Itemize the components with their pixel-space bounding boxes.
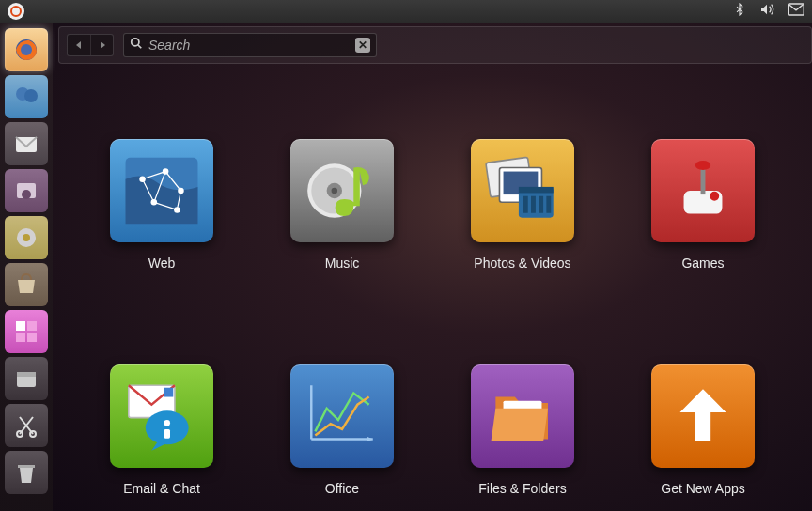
dash-item-office[interactable]: Office xyxy=(290,364,394,496)
launcher xyxy=(0,23,53,511)
games-tile-icon xyxy=(651,139,755,242)
dash-label: Games xyxy=(681,256,724,271)
launcher-item-balloons[interactable] xyxy=(5,75,48,118)
launcher-item-scissors[interactable] xyxy=(5,404,48,447)
mail-indicator-icon[interactable] xyxy=(788,3,804,20)
dash-label: Files & Folders xyxy=(478,481,566,496)
dash-item-photos[interactable]: Photos & Videos xyxy=(471,139,574,271)
ubuntu-logo-icon[interactable] xyxy=(8,3,24,20)
apps-tile-icon xyxy=(651,364,755,468)
dash-item-apps[interactable]: Get New Apps xyxy=(651,364,755,496)
launcher-item-workspace[interactable] xyxy=(5,310,48,353)
dash-item-web[interactable]: Web xyxy=(110,139,213,271)
nav-forward-button[interactable] xyxy=(90,35,113,55)
launcher-item-mail[interactable] xyxy=(5,122,48,165)
dash-label: Email & Chat xyxy=(123,481,200,496)
search-box: ✕ xyxy=(123,33,377,57)
search-icon xyxy=(130,37,143,54)
dash-item-music[interactable]: Music xyxy=(290,139,394,271)
dash-label: Photos & Videos xyxy=(474,256,570,271)
launcher-item-photos[interactable] xyxy=(5,169,48,212)
launcher-item-trash[interactable] xyxy=(5,451,48,494)
top-panel xyxy=(0,0,812,23)
email-tile-icon xyxy=(110,364,213,468)
dash-label: Get New Apps xyxy=(661,481,745,496)
nav-arrows xyxy=(67,34,114,56)
launcher-item-music-store[interactable] xyxy=(5,216,48,259)
web-tile-icon xyxy=(110,139,213,242)
files-tile-icon xyxy=(471,364,574,468)
music-tile-icon xyxy=(290,139,394,242)
dash-toolbar: ✕ xyxy=(58,26,812,64)
dash-label: Music xyxy=(325,256,360,271)
svg-point-1 xyxy=(132,39,139,46)
launcher-item-firefox[interactable] xyxy=(5,28,48,71)
dash: Web Music Photos & Videos Games Email & … xyxy=(53,64,812,511)
nav-back-button[interactable] xyxy=(68,35,90,55)
photos-tile-icon xyxy=(471,139,574,242)
launcher-item-files[interactable] xyxy=(5,357,48,400)
office-tile-icon xyxy=(290,364,394,468)
dash-item-email[interactable]: Email & Chat xyxy=(110,364,213,496)
clear-search-button[interactable]: ✕ xyxy=(355,38,370,53)
dash-item-files[interactable]: Files & Folders xyxy=(471,364,574,496)
launcher-item-software-center[interactable] xyxy=(5,263,48,306)
search-input[interactable] xyxy=(148,38,350,53)
dash-label: Web xyxy=(148,256,176,271)
bluetooth-icon[interactable] xyxy=(733,3,746,20)
volume-icon[interactable] xyxy=(759,2,774,21)
dash-item-games[interactable]: Games xyxy=(651,139,755,271)
dash-label: Office xyxy=(325,481,359,496)
